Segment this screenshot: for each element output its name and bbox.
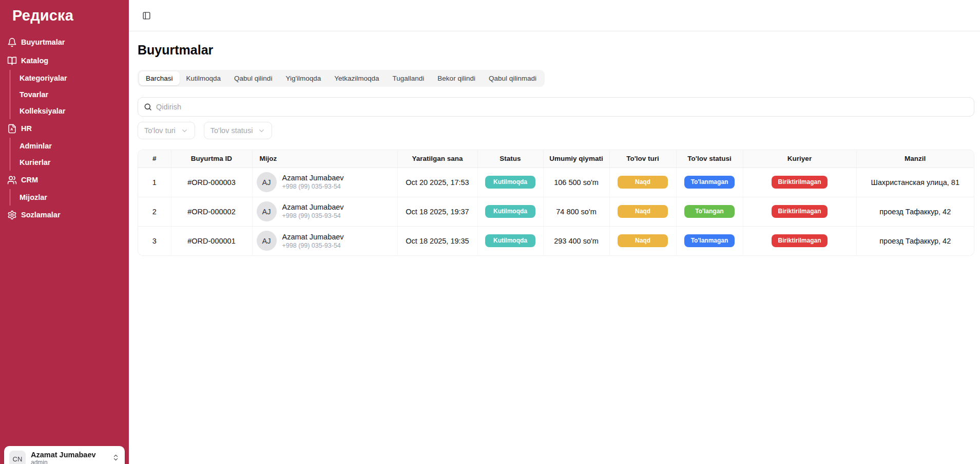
col-customer: Mijoz [252,150,397,168]
row-index: 2 [138,197,171,226]
crm-sublist: Mijozlar [10,189,129,206]
svg-text:A: A [10,127,13,132]
customer-cell: AJ Azamat Jumabaev +998 (99) 035-93-54 [253,231,397,251]
order-id: #ORD-000002 [171,197,252,226]
payment-type-badge: Naqd [618,234,668,247]
courier-badge: Biriktirilmagan [772,176,827,189]
chevron-down-icon [181,127,188,135]
tab-bekor-qilindi[interactable]: Bekor qilindi [431,71,482,85]
payment-type-badge: Naqd [618,205,668,218]
page-title: Buyurtmalar [138,43,974,58]
sidebar-item-crm[interactable]: CRM [0,171,129,189]
customer-avatar: AJ [257,231,277,251]
page-content: Buyurtmalar Barchasi Kutilmoqda Qabul qi… [129,31,980,256]
tab-yetkazilmoqda[interactable]: Yetkazilmoqda [328,71,386,85]
sidebar-item-adminlar[interactable]: Adminlar [20,138,129,154]
chevron-down-icon [258,127,265,135]
customer-avatar: AJ [257,172,277,192]
courier-badge: Biriktirilmagan [772,205,827,218]
panel-left-icon [142,11,151,20]
app-logo: Редиска [0,0,129,29]
sidebar-item-label: CRM [21,176,38,184]
sidebar-toggle-button[interactable] [139,8,153,23]
payment-status-badge: To'lanmagan [684,176,735,189]
chevrons-up-down-icon [112,454,120,461]
user-role: admin [31,459,107,464]
filters-row: To'lov turi To'lov statusi [138,122,974,139]
sidebar-user-card[interactable]: CN Azamat Jumabaev admin [4,446,125,464]
col-created: Yaratilgan sana [397,150,477,168]
tab-yigilmoqda[interactable]: Yig'ilmoqda [279,71,328,85]
tab-qabul-qilindi[interactable]: Qabul qilindi [227,71,279,85]
user-meta: Azamat Jumabaev admin [31,451,107,464]
search-bar [138,97,974,117]
user-name: Azamat Jumabaev [31,451,107,459]
table-row[interactable]: 1 #ORD-000003 AJ Azamat Jumabaev +998 (9… [138,168,974,197]
created-date: Oct 18 2025, 19:37 [397,197,477,226]
customer-avatar: AJ [257,201,277,221]
tab-tugallandi[interactable]: Tugallandi [386,71,431,85]
payment-status-select-label: To'lov statusi [210,126,253,135]
status-badge: Kutilmoqda [485,176,535,189]
payment-type-select[interactable]: To'lov turi [138,122,195,139]
courier-badge: Biriktirilmagan [772,234,827,247]
col-index: # [138,150,171,168]
row-index: 3 [138,226,171,255]
order-address: Шахристанская улица, 81 [856,168,974,197]
customer-cell: AJ Azamat Jumabaev +998 (99) 035-93-54 [253,172,397,192]
created-date: Oct 20 2025, 17:53 [397,168,477,197]
customer-info: Azamat Jumabaev +998 (99) 035-93-54 [282,173,344,191]
col-courier: Kuriyer [743,150,856,168]
sidebar-item-label: HR [21,124,32,133]
customer-name: Azamat Jumabaev [282,202,344,212]
order-address: проезд Тафаккур, 42 [856,197,974,226]
sidebar-item-buyurtmalar[interactable]: Buyurtmalar [0,33,129,51]
topbar [129,0,980,31]
search-input[interactable] [138,97,974,117]
sidebar-item-label: Katalog [21,57,48,65]
payment-status-select[interactable]: To'lov statusi [204,122,273,139]
sidebar-item-katalog[interactable]: Katalog [0,51,129,70]
table-row[interactable]: 2 #ORD-000002 AJ Azamat Jumabaev +998 (9… [138,197,974,226]
sidebar: Редиска Buyurtmalar Katalog Kategoriyala… [0,0,129,464]
customer-name: Azamat Jumabaev [282,173,344,182]
gear-icon [7,210,17,220]
table-header-row: # Buyurtma ID Mijoz Yaratilgan sana Stat… [138,150,974,168]
sidebar-item-sozlamalar[interactable]: Sozlamalar [0,206,129,224]
book-open-icon [7,56,17,66]
payment-status-badge: To'lanmagan [684,234,735,247]
sidebar-nav: Buyurtmalar Katalog Kategoriyalar Tovarl… [0,29,129,224]
tab-qabul-qilinmadi[interactable]: Qabul qilinmadi [482,71,543,85]
customer-cell: AJ Azamat Jumabaev +998 (99) 035-93-54 [253,201,397,221]
katalog-sublist: Kategoriyalar Tovarlar Kolleksiyalar [10,70,129,119]
col-payment-status: To'lov statusi [676,150,743,168]
user-avatar: CN [9,451,26,464]
payment-status-badge: To'langan [684,205,735,218]
tab-kutilmoqda[interactable]: Kutilmoqda [180,71,228,85]
col-status: Status [477,150,543,168]
col-address: Manzil [856,150,974,168]
tab-barchasi[interactable]: Barchasi [139,71,180,85]
col-total: Umumiy qiymati [543,150,609,168]
bell-icon [7,38,17,47]
customer-info: Azamat Jumabaev +998 (99) 035-93-54 [282,202,344,220]
order-address: проезд Тафаккур, 42 [856,226,974,255]
order-total: 74 800 so'm [543,197,609,226]
customer-phone: +998 (99) 035-93-54 [282,182,344,191]
customer-name: Azamat Jumabaev [282,232,344,242]
sidebar-item-kategoriyalar[interactable]: Kategoriyalar [20,70,129,86]
orders-table-container: # Buyurtma ID Mijoz Yaratilgan sana Stat… [138,150,974,256]
sidebar-item-tovarlar[interactable]: Tovarlar [20,86,129,103]
sidebar-item-mijozlar[interactable]: Mijozlar [20,189,129,206]
users-icon [7,175,17,185]
table-row[interactable]: 3 #ORD-000001 AJ Azamat Jumabaev +998 (9… [138,226,974,255]
hr-sublist: Adminlar Kurierlar [10,138,129,171]
sidebar-item-label: Sozlamalar [21,211,61,219]
customer-phone: +998 (99) 035-93-54 [282,242,344,250]
sidebar-item-kurierlar[interactable]: Kurierlar [20,154,129,171]
status-badge: Kutilmoqda [485,234,535,247]
customer-phone: +998 (99) 035-93-54 [282,212,344,220]
col-payment-type: To'lov turi [609,150,676,168]
sidebar-item-hr[interactable]: A HR [0,119,129,138]
sidebar-item-kolleksiyalar[interactable]: Kolleksiyalar [20,103,129,119]
